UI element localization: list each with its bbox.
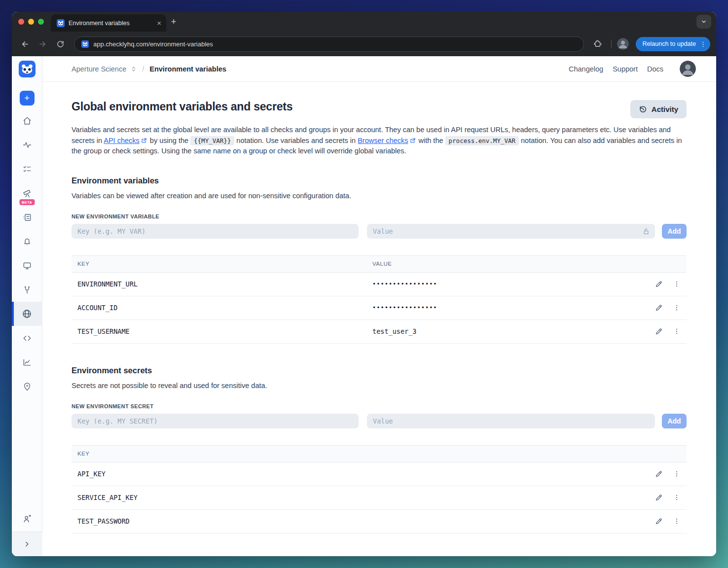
row-menu-button[interactable] [671, 325, 683, 337]
row-menu-button[interactable] [671, 492, 683, 503]
location-pin-icon [22, 382, 32, 391]
chevron-down-icon [701, 19, 707, 25]
sidebar-item-runbooks[interactable] [12, 205, 42, 229]
edit-button[interactable] [653, 468, 664, 480]
browser-profile-avatar[interactable] [617, 38, 629, 50]
docs-link[interactable]: Docs [647, 65, 663, 73]
sidebar-item-environments[interactable] [12, 302, 42, 326]
tab-title: Environment variables [69, 20, 153, 27]
add-variable-button[interactable]: Add [662, 224, 687, 239]
sidebar-item-maintenance[interactable] [12, 278, 42, 302]
puzzle-icon [593, 39, 602, 48]
avatar-icon [617, 38, 629, 50]
list-box-icon [22, 213, 32, 222]
row-menu-button[interactable] [671, 515, 683, 527]
reload-button[interactable] [52, 36, 68, 52]
variable-key-input[interactable] [72, 224, 359, 239]
table-row: TEST_PASSWORD [72, 510, 687, 533]
checkly-favicon-icon [57, 19, 65, 27]
create-new-button[interactable]: + [20, 91, 35, 106]
titlebar-chevron-button[interactable] [696, 15, 711, 29]
activity-button[interactable]: Activity [630, 100, 687, 118]
column-header-key: KEY [72, 451, 372, 457]
lock-open-icon [642, 227, 650, 235]
variable-value-input[interactable] [367, 224, 655, 239]
checkly-logo[interactable] [19, 61, 36, 77]
relaunch-to-update-button[interactable]: Relaunch to update ⋮ [636, 37, 710, 51]
user-avatar[interactable] [680, 61, 696, 77]
browser-checks-link[interactable]: Browser checks [358, 137, 408, 144]
sidebar-item-beta-feature[interactable]: BETA [12, 181, 42, 205]
relaunch-label: Relaunch to update [643, 40, 696, 47]
address-bar[interactable]: app.checklyhq.com/environment-variables [74, 36, 584, 52]
sidebar-item-analytics[interactable] [12, 350, 42, 374]
edit-button[interactable] [653, 302, 664, 314]
invite-user-button[interactable] [12, 506, 42, 532]
changelog-link[interactable]: Changelog [569, 65, 603, 73]
row-menu-button[interactable] [671, 278, 683, 290]
close-window-button[interactable] [18, 19, 24, 25]
sidebar-item-checks[interactable] [12, 157, 42, 181]
support-link[interactable]: Support [613, 65, 638, 73]
edit-button[interactable] [653, 492, 664, 503]
edit-button[interactable] [653, 325, 664, 337]
variable-value-masked: •••••••••••••••• [372, 304, 653, 311]
forward-button[interactable] [35, 36, 50, 52]
sidebar-item-locations[interactable] [12, 374, 42, 398]
breadcrumb-account[interactable]: Aperture Science [72, 65, 126, 73]
table-row: API_KEY [72, 462, 687, 486]
pencil-icon [655, 280, 663, 288]
add-user-icon [22, 514, 32, 524]
pencil-icon [655, 327, 663, 336]
browser-tab[interactable]: Environment variables × [51, 14, 166, 32]
chart-line-icon [22, 357, 32, 367]
maximize-window-button[interactable] [38, 19, 44, 25]
secrets-section-title: Environment secrets [72, 366, 687, 375]
tab-close-icon[interactable]: × [157, 19, 161, 27]
code-brackets-icon [22, 333, 32, 343]
row-menu-button[interactable] [671, 302, 683, 314]
back-button[interactable] [17, 36, 33, 52]
pencil-icon [655, 304, 663, 312]
avatar-icon [680, 61, 696, 77]
add-secret-button[interactable]: Add [662, 414, 687, 428]
variable-key: TEST_USERNAME [72, 327, 372, 335]
home-icon [22, 116, 32, 126]
new-tab-button[interactable]: + [166, 12, 181, 32]
kebab-menu-icon [673, 327, 681, 335]
external-link-icon [141, 138, 147, 143]
chevron-right-icon [23, 540, 31, 548]
sidebar-item-home[interactable] [12, 108, 42, 133]
activity-label: Activity [652, 105, 678, 113]
secrets-table: KEY API_KEY SERVICE_API_KEY [72, 445, 687, 533]
sidebar-item-cli[interactable] [12, 326, 42, 350]
external-link-icon [410, 138, 416, 143]
url-text: app.checklyhq.com/environment-variables [93, 40, 213, 48]
clock-history-icon [639, 105, 647, 113]
row-menu-button[interactable] [671, 468, 683, 480]
breadcrumb-separator: / [142, 65, 144, 73]
edit-button[interactable] [653, 515, 664, 527]
extensions-button[interactable] [590, 36, 606, 52]
arrow-left-icon [20, 39, 30, 49]
monitor-icon [22, 261, 32, 271]
account-switcher-icon[interactable] [130, 65, 137, 73]
sidebar-item-activity[interactable] [12, 133, 42, 157]
expand-sidebar-button[interactable] [12, 532, 42, 556]
secret-value-input[interactable] [367, 414, 655, 428]
minimize-window-button[interactable] [28, 19, 34, 25]
telescope-icon [22, 188, 32, 198]
api-checks-link[interactable]: API checks [104, 137, 140, 144]
arrow-right-icon [38, 39, 47, 49]
table-row: TEST_USERNAME test_user_3 [72, 320, 687, 344]
edit-button[interactable] [653, 278, 664, 290]
environment-variables-section: Environment variables Variables can be v… [72, 176, 687, 344]
browser-menu-kebab-icon[interactable]: ⋮ [700, 40, 706, 48]
kebab-menu-icon [673, 470, 681, 478]
sidebar-item-alerts[interactable] [12, 229, 42, 253]
variable-key: ACCOUNT_ID [72, 304, 372, 312]
secret-key-input[interactable] [72, 414, 359, 428]
sidebar-item-dashboards[interactable] [12, 253, 42, 278]
pencil-icon [655, 470, 663, 478]
kebab-menu-icon [673, 494, 681, 501]
